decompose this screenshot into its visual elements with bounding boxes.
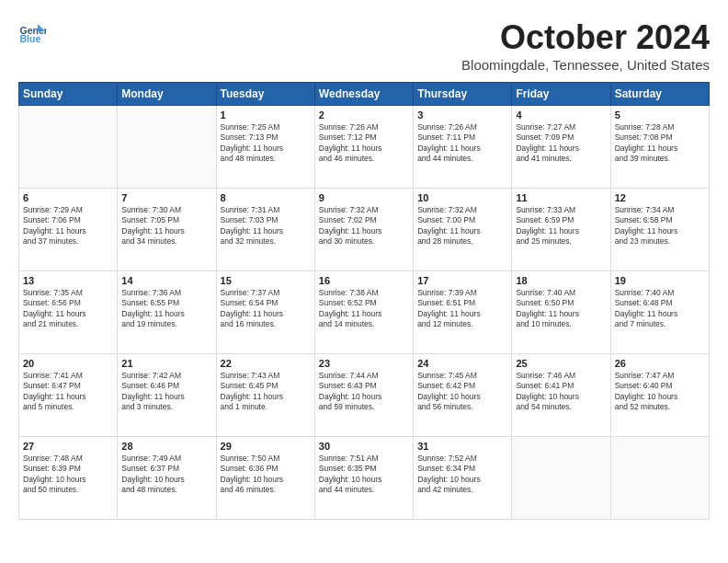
day-info: Sunrise: 7:46 AM Sunset: 6:41 PM Dayligh… [516,371,606,413]
week-row-4: 20Sunrise: 7:41 AM Sunset: 6:47 PM Dayli… [19,354,710,437]
calendar-cell: 27Sunrise: 7:48 AM Sunset: 6:39 PM Dayli… [19,437,118,520]
weekday-header-wednesday: Wednesday [314,83,413,106]
weekday-header-sunday: Sunday [19,83,118,106]
day-info: Sunrise: 7:29 AM Sunset: 7:06 PM Dayligh… [23,205,113,247]
day-number: 23 [319,358,409,369]
day-number: 1 [221,109,311,121]
day-info: Sunrise: 7:32 AM Sunset: 7:00 PM Dayligh… [417,205,507,247]
day-number: 10 [417,192,507,203]
weekday-header-monday: Monday [118,83,216,106]
page-header: General Blue October 2024 Bloomingdale, … [18,18,710,73]
day-info: Sunrise: 7:42 AM Sunset: 6:46 PM Dayligh… [121,371,211,413]
calendar-cell [19,106,118,189]
day-number: 18 [516,275,606,286]
calendar-cell: 1Sunrise: 7:25 AM Sunset: 7:13 PM Daylig… [216,106,314,189]
day-info: Sunrise: 7:35 AM Sunset: 6:56 PM Dayligh… [23,288,113,330]
calendar-cell: 31Sunrise: 7:52 AM Sunset: 6:34 PM Dayli… [414,437,512,520]
day-info: Sunrise: 7:44 AM Sunset: 6:43 PM Dayligh… [319,371,409,413]
week-row-2: 6Sunrise: 7:29 AM Sunset: 7:06 PM Daylig… [19,189,710,271]
title-area: October 2024 Bloomingdale, Tennessee, Un… [461,18,710,73]
day-info: Sunrise: 7:47 AM Sunset: 6:40 PM Dayligh… [615,371,705,413]
day-number: 6 [23,192,113,203]
calendar-cell: 6Sunrise: 7:29 AM Sunset: 7:06 PM Daylig… [19,189,118,271]
day-info: Sunrise: 7:50 AM Sunset: 6:36 PM Dayligh… [221,454,311,496]
day-number: 4 [516,109,606,121]
day-info: Sunrise: 7:41 AM Sunset: 6:47 PM Dayligh… [23,371,113,413]
weekday-header-thursday: Thursday [414,83,512,106]
calendar-cell: 25Sunrise: 7:46 AM Sunset: 6:41 PM Dayli… [512,354,610,437]
calendar-cell: 5Sunrise: 7:28 AM Sunset: 7:08 PM Daylig… [610,106,709,189]
calendar-cell: 17Sunrise: 7:39 AM Sunset: 6:51 PM Dayli… [414,271,512,354]
calendar-cell: 15Sunrise: 7:37 AM Sunset: 6:54 PM Dayli… [216,271,314,354]
day-info: Sunrise: 7:25 AM Sunset: 7:13 PM Dayligh… [221,122,311,165]
day-info: Sunrise: 7:39 AM Sunset: 6:51 PM Dayligh… [417,288,507,330]
day-number: 25 [516,358,606,369]
calendar-cell: 7Sunrise: 7:30 AM Sunset: 7:05 PM Daylig… [118,189,216,271]
day-info: Sunrise: 7:28 AM Sunset: 7:08 PM Dayligh… [615,122,705,165]
calendar-cell: 11Sunrise: 7:33 AM Sunset: 6:59 PM Dayli… [512,189,610,271]
day-info: Sunrise: 7:51 AM Sunset: 6:35 PM Dayligh… [319,454,409,496]
calendar-cell: 23Sunrise: 7:44 AM Sunset: 6:43 PM Dayli… [314,354,413,437]
calendar-cell: 28Sunrise: 7:49 AM Sunset: 6:37 PM Dayli… [118,437,216,520]
day-number: 20 [23,358,113,369]
day-info: Sunrise: 7:43 AM Sunset: 6:45 PM Dayligh… [221,371,311,413]
day-info: Sunrise: 7:37 AM Sunset: 6:54 PM Dayligh… [221,288,311,330]
calendar-cell [118,106,216,189]
week-row-3: 13Sunrise: 7:35 AM Sunset: 6:56 PM Dayli… [19,271,710,354]
calendar-cell: 4Sunrise: 7:27 AM Sunset: 7:09 PM Daylig… [512,106,610,189]
calendar-cell: 2Sunrise: 7:26 AM Sunset: 7:12 PM Daylig… [314,106,413,189]
day-number: 9 [319,192,409,203]
weekday-header-row: SundayMondayTuesdayWednesdayThursdayFrid… [19,83,710,106]
calendar-cell: 24Sunrise: 7:45 AM Sunset: 6:42 PM Dayli… [414,354,512,437]
day-number: 11 [516,192,606,203]
calendar-cell: 8Sunrise: 7:31 AM Sunset: 7:03 PM Daylig… [216,189,314,271]
day-info: Sunrise: 7:49 AM Sunset: 6:37 PM Dayligh… [121,454,211,496]
calendar-cell: 3Sunrise: 7:26 AM Sunset: 7:11 PM Daylig… [414,106,512,189]
week-row-5: 27Sunrise: 7:48 AM Sunset: 6:39 PM Dayli… [19,437,710,520]
day-number: 8 [221,192,311,203]
day-number: 3 [417,109,507,121]
day-number: 26 [615,358,705,369]
day-info: Sunrise: 7:26 AM Sunset: 7:12 PM Dayligh… [319,122,409,165]
day-number: 15 [221,275,311,286]
calendar-cell: 22Sunrise: 7:43 AM Sunset: 6:45 PM Dayli… [216,354,314,437]
calendar-cell: 13Sunrise: 7:35 AM Sunset: 6:56 PM Dayli… [19,271,118,354]
day-info: Sunrise: 7:33 AM Sunset: 6:59 PM Dayligh… [516,205,606,247]
calendar-cell: 19Sunrise: 7:40 AM Sunset: 6:48 PM Dayli… [610,271,709,354]
logo-icon: General Blue [18,18,46,46]
day-number: 5 [615,109,705,121]
calendar-cell: 16Sunrise: 7:38 AM Sunset: 6:52 PM Dayli… [314,271,413,354]
calendar-cell: 30Sunrise: 7:51 AM Sunset: 6:35 PM Dayli… [314,437,413,520]
day-number: 24 [417,358,507,369]
week-row-1: 1Sunrise: 7:25 AM Sunset: 7:13 PM Daylig… [19,106,710,189]
day-number: 29 [221,441,311,452]
day-info: Sunrise: 7:27 AM Sunset: 7:09 PM Dayligh… [516,122,606,165]
day-number: 31 [417,441,507,452]
location-title: Bloomingdale, Tennessee, United States [461,57,710,73]
weekday-header-friday: Friday [512,83,610,106]
svg-text:Blue: Blue [20,33,41,44]
day-info: Sunrise: 7:31 AM Sunset: 7:03 PM Dayligh… [221,205,311,247]
calendar-cell: 20Sunrise: 7:41 AM Sunset: 6:47 PM Dayli… [19,354,118,437]
calendar-cell [610,437,709,520]
day-info: Sunrise: 7:30 AM Sunset: 7:05 PM Dayligh… [121,205,211,247]
day-number: 17 [417,275,507,286]
day-number: 7 [121,192,211,203]
day-info: Sunrise: 7:32 AM Sunset: 7:02 PM Dayligh… [319,205,409,247]
calendar-cell: 29Sunrise: 7:50 AM Sunset: 6:36 PM Dayli… [216,437,314,520]
day-info: Sunrise: 7:52 AM Sunset: 6:34 PM Dayligh… [417,454,507,496]
calendar-cell: 9Sunrise: 7:32 AM Sunset: 7:02 PM Daylig… [314,189,413,271]
logo: General Blue [18,18,46,46]
calendar-cell: 10Sunrise: 7:32 AM Sunset: 7:00 PM Dayli… [414,189,512,271]
day-number: 12 [615,192,705,203]
day-info: Sunrise: 7:40 AM Sunset: 6:48 PM Dayligh… [615,288,705,330]
day-number: 27 [23,441,113,452]
weekday-header-saturday: Saturday [610,83,709,106]
day-info: Sunrise: 7:26 AM Sunset: 7:11 PM Dayligh… [417,122,507,165]
calendar-cell [512,437,610,520]
calendar-table: SundayMondayTuesdayWednesdayThursdayFrid… [18,82,710,520]
day-number: 13 [23,275,113,286]
day-info: Sunrise: 7:45 AM Sunset: 6:42 PM Dayligh… [417,371,507,413]
calendar-cell: 21Sunrise: 7:42 AM Sunset: 6:46 PM Dayli… [118,354,216,437]
day-number: 14 [121,275,211,286]
